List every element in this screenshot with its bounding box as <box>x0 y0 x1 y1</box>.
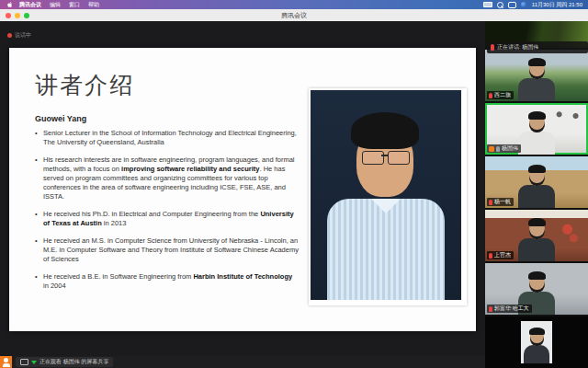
bullet-dot: • <box>35 129 43 147</box>
bullet-text: He received a B.E. in Software Engineeri… <box>43 272 300 291</box>
bullet-dot: • <box>35 236 43 264</box>
window-titlebar: 腾讯会议 <box>0 9 588 22</box>
menubar-menus: 腾讯会议编辑窗口帮助 <box>19 1 99 9</box>
menubar-menu-item[interactable]: 腾讯会议 <box>19 1 41 9</box>
participant-tile[interactable]: 郭富华 哈工大 <box>485 263 588 315</box>
person-body <box>518 185 555 208</box>
bullet-item: •He received his Ph.D. in Electrical and… <box>35 210 300 228</box>
person-hair <box>528 218 546 226</box>
slide-bullets: •Senior Lecturer in the School of Inform… <box>35 129 300 299</box>
menubar-status-area: 11月30日 周四 21:50 <box>483 1 588 9</box>
person-silhouette <box>521 321 552 363</box>
portrait-shirt <box>327 199 445 300</box>
portrait-glasses-right <box>388 151 410 165</box>
participant-name: 郭富华 哈工大 <box>494 305 529 313</box>
spotlight-icon[interactable] <box>497 2 503 8</box>
person-body <box>518 78 555 101</box>
speaker-photo-inner <box>311 90 461 300</box>
bullet-dot: • <box>35 210 43 228</box>
participant-tile[interactable]: 上官杰 <box>485 210 588 261</box>
menubar-clock[interactable]: 11月30日 周四 21:50 <box>532 1 582 9</box>
participant-name: 上官杰 <box>494 251 511 259</box>
mic-icon <box>489 200 492 205</box>
presence-label: 说话中 <box>15 31 31 40</box>
participants-sidebar[interactable]: 西二旗杨国伟杨一帆上官杰郭富华 哈工大 正在讲话: 杨国伟 <box>485 21 588 368</box>
mic-icon <box>491 44 494 51</box>
id-photo <box>521 321 552 363</box>
participant-name: 西二旗 <box>494 91 511 99</box>
share-status-pill[interactable]: 正在观看 杨国伟 的屏幕共享 <box>16 357 113 367</box>
download-arrow-icon <box>31 361 37 364</box>
participant-name-label: 郭富华 哈工大 <box>487 305 532 313</box>
participant-name: 杨国伟 <box>502 144 518 153</box>
portrait-hair <box>351 112 419 149</box>
bullet-text: His research interests are in software e… <box>43 155 300 201</box>
mic-icon <box>489 306 492 312</box>
control-center-icon[interactable] <box>508 2 516 8</box>
host-badge-icon <box>489 146 494 152</box>
battery-icon[interactable] <box>483 2 492 7</box>
participant-name-label: 上官杰 <box>487 251 514 259</box>
bullet-text: He received his Ph.D. in Electrical and … <box>43 210 300 228</box>
bullet-item: •He received an M.S. in Computer Science… <box>35 236 300 264</box>
menubar-menu-item[interactable]: 窗口 <box>69 1 80 9</box>
presentation-slide: 讲者介绍 Guowei Yang •Senior Lecturer in the… <box>9 48 476 331</box>
monitor-icon <box>20 359 28 365</box>
participant-name-label: 杨一帆 <box>487 198 514 206</box>
participant-tile[interactable]: 西二旗 <box>485 50 588 101</box>
speaker-photo <box>309 88 467 305</box>
presence-indicator: 说话中 <box>7 31 31 40</box>
person-body <box>524 345 549 363</box>
participant-list: 西二旗杨国伟杨一帆上官杰郭富华 哈工大 <box>485 21 588 368</box>
bottom-statusbar: 正在观看 杨国伟 的屏幕共享 <box>0 356 485 368</box>
meeting-content: 说话中 讲者介绍 Guowei Yang •Senior Lecturer in… <box>0 21 588 368</box>
participant-name: 杨一帆 <box>494 198 511 206</box>
meeting-app-icon[interactable] <box>521 2 526 7</box>
speaking-toast: 正在讲话: 杨国伟 <box>487 41 588 53</box>
bullet-item: •His research interests are in software … <box>35 155 300 201</box>
speaker-name-heading: Guowei Yang <box>35 114 86 123</box>
share-status-text: 正在观看 杨国伟 的屏幕共享 <box>40 358 108 366</box>
person-body <box>518 132 555 155</box>
share-app-icon[interactable] <box>0 356 12 368</box>
participant-name-label: 西二旗 <box>487 91 514 99</box>
participant-tile[interactable] <box>485 316 588 368</box>
menubar-menu-item[interactable]: 编辑 <box>50 1 61 9</box>
portrait-glasses-bridge <box>381 155 389 156</box>
shared-screen-area: 说话中 讲者介绍 Guowei Yang •Senior Lecturer in… <box>0 21 485 368</box>
slide-title: 讲者介绍 <box>35 70 134 100</box>
menubar-menu-item[interactable]: 帮助 <box>88 1 99 9</box>
bullet-dot: • <box>35 155 43 201</box>
mic-icon <box>489 93 492 98</box>
portrait-glasses-left <box>362 151 384 165</box>
screen: 腾讯会议编辑窗口帮助 11月30日 周四 21:50 腾讯会议 说话中 <box>0 0 588 368</box>
person-hair <box>528 58 546 66</box>
person-hair <box>529 328 545 335</box>
person-hair <box>528 111 546 120</box>
window-title: 腾讯会议 <box>0 11 588 20</box>
person-body <box>518 238 555 261</box>
bullet-text: Senior Lecturer in the School of Informa… <box>43 129 300 147</box>
participant-tile[interactable]: 杨一帆 <box>485 156 588 208</box>
macos-menubar: 腾讯会议编辑窗口帮助 11月30日 周四 21:50 <box>0 0 588 9</box>
participant-tile[interactable]: 杨国伟 <box>485 103 588 155</box>
participant-name-label: 杨国伟 <box>487 144 521 153</box>
mic-icon <box>496 146 500 152</box>
bullet-dot: • <box>35 272 43 291</box>
bullet-item: •He received a B.E. in Software Engineer… <box>35 272 300 291</box>
person-hair <box>528 165 546 173</box>
bullet-item: •Senior Lecturer in the School of Inform… <box>35 129 300 147</box>
bullet-text: He received an M.S. in Computer Science … <box>43 236 300 264</box>
person-hair <box>528 271 546 280</box>
speaking-dot-icon <box>7 33 12 38</box>
mic-icon <box>489 253 492 259</box>
apple-logo-icon[interactable] <box>7 2 13 7</box>
speaking-toast-text: 正在讲话: 杨国伟 <box>497 43 538 52</box>
